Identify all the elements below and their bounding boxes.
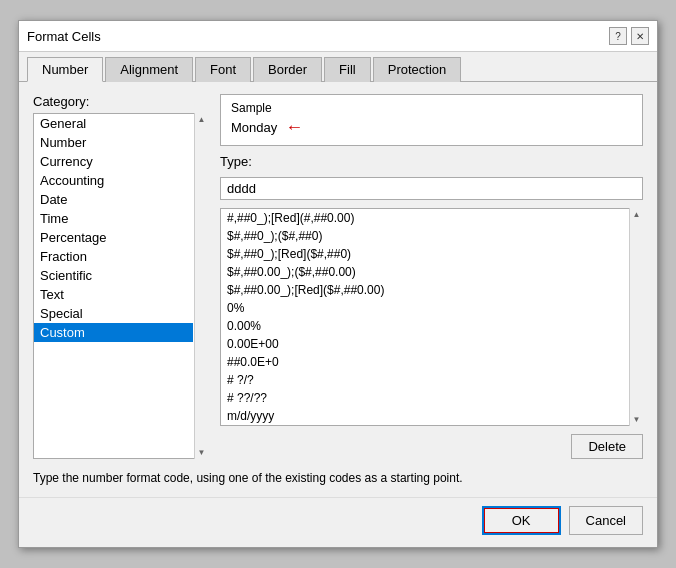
sample-value-row: Monday ← — [231, 117, 632, 138]
main-content: Category: General Number Currency Accoun… — [33, 94, 643, 459]
format-item[interactable]: m/d/yyyy — [221, 407, 628, 425]
type-label: Type: — [220, 154, 643, 169]
format-item[interactable]: # ?/? — [221, 371, 628, 389]
category-label: Category: — [33, 94, 208, 109]
cat-time[interactable]: Time — [34, 209, 193, 228]
ok-button[interactable]: OK — [482, 506, 561, 535]
dialog-title: Format Cells — [27, 29, 101, 44]
scroll-down-arrow[interactable]: ▼ — [196, 446, 208, 459]
title-bar-controls: ? ✕ — [609, 27, 649, 45]
sample-value: Monday — [231, 120, 277, 135]
cat-text[interactable]: Text — [34, 285, 193, 304]
cat-date[interactable]: Date — [34, 190, 193, 209]
sample-section: Sample Monday ← — [220, 94, 643, 146]
list-scroll-down[interactable]: ▼ — [631, 413, 643, 426]
format-item[interactable]: $#,##0_);[Red]($#,##0) — [221, 245, 628, 263]
format-item[interactable]: 0.00E+00 — [221, 335, 628, 353]
cat-special[interactable]: Special — [34, 304, 193, 323]
tab-number[interactable]: Number — [27, 57, 103, 82]
arrow-icon: ← — [285, 117, 303, 138]
type-input[interactable] — [220, 177, 643, 200]
cancel-button[interactable]: Cancel — [569, 506, 643, 535]
tab-fill[interactable]: Fill — [324, 57, 371, 82]
format-item[interactable]: 0% — [221, 299, 628, 317]
cat-fraction[interactable]: Fraction — [34, 247, 193, 266]
list-scroll-up[interactable]: ▲ — [631, 208, 643, 221]
format-item[interactable]: # ??/?? — [221, 389, 628, 407]
title-bar: Format Cells ? ✕ — [19, 21, 657, 52]
cat-percentage[interactable]: Percentage — [34, 228, 193, 247]
hint-text: Type the number format code, using one o… — [33, 471, 643, 485]
tab-protection[interactable]: Protection — [373, 57, 462, 82]
format-list-wrapper: #,##0_);[Red](#,##0.00) $#,##0_);($#,##0… — [220, 208, 643, 426]
tab-border[interactable]: Border — [253, 57, 322, 82]
format-list-scrollbar[interactable]: ▲ ▼ — [629, 208, 643, 426]
format-item[interactable]: ##0.0E+0 — [221, 353, 628, 371]
category-panel: Category: General Number Currency Accoun… — [33, 94, 208, 459]
cat-custom[interactable]: Custom — [34, 323, 193, 342]
category-list[interactable]: General Number Currency Accounting Date … — [33, 113, 208, 459]
tab-font[interactable]: Font — [195, 57, 251, 82]
scroll-up-arrow[interactable]: ▲ — [196, 113, 208, 126]
cat-accounting[interactable]: Accounting — [34, 171, 193, 190]
cat-number[interactable]: Number — [34, 133, 193, 152]
cat-scientific[interactable]: Scientific — [34, 266, 193, 285]
format-cells-dialog: Format Cells ? ✕ Number Alignment Font B… — [18, 20, 658, 548]
format-item[interactable]: $#,##0_);($#,##0) — [221, 227, 628, 245]
format-item[interactable]: #,##0_);[Red](#,##0.00) — [221, 209, 628, 227]
cat-general[interactable]: General — [34, 114, 193, 133]
format-item[interactable]: $#,##0.00_);($#,##0.00) — [221, 263, 628, 281]
help-button[interactable]: ? — [609, 27, 627, 45]
format-item[interactable]: 0.00% — [221, 317, 628, 335]
dialog-footer: OK Cancel — [19, 497, 657, 547]
right-panel: Sample Monday ← Type: #,##0_);[Red](#,##… — [220, 94, 643, 459]
cat-currency[interactable]: Currency — [34, 152, 193, 171]
tab-bar: Number Alignment Font Border Fill Protec… — [19, 52, 657, 82]
delete-button[interactable]: Delete — [571, 434, 643, 459]
sample-label: Sample — [231, 101, 632, 115]
close-button[interactable]: ✕ — [631, 27, 649, 45]
format-list[interactable]: #,##0_);[Red](#,##0.00) $#,##0_);($#,##0… — [220, 208, 643, 426]
category-scrollbar[interactable]: ▲ ▼ — [194, 113, 208, 459]
format-item[interactable]: $#,##0.00_);[Red]($#,##0.00) — [221, 281, 628, 299]
dialog-body: Category: General Number Currency Accoun… — [19, 82, 657, 497]
tab-alignment[interactable]: Alignment — [105, 57, 193, 82]
delete-row: Delete — [220, 434, 643, 459]
category-list-wrapper: General Number Currency Accounting Date … — [33, 113, 208, 459]
